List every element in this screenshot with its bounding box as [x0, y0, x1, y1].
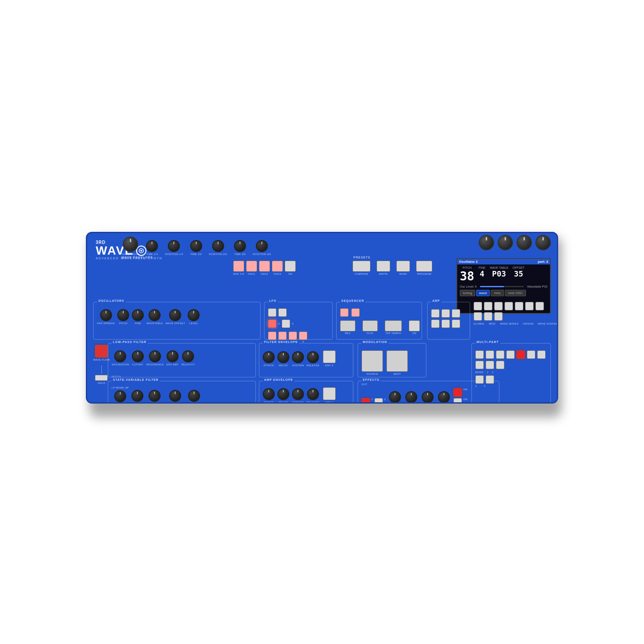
wave-offset-knob[interactable]	[169, 309, 181, 321]
edit-btn-2[interactable]	[374, 398, 383, 404]
lfo-btn-3[interactable]	[282, 319, 290, 328]
dest-button[interactable]	[386, 350, 408, 372]
fx-on-btn-1[interactable]	[453, 388, 462, 397]
fe-decay-knob[interactable]	[277, 351, 289, 363]
program-button[interactable]	[416, 261, 432, 272]
mix-knob[interactable]	[405, 391, 417, 403]
br-btn-5[interactable]	[515, 302, 523, 310]
ae-sustain-knob[interactable]	[292, 388, 304, 400]
source-button[interactable]	[361, 350, 383, 372]
lfo-btn-b[interactable]	[278, 308, 287, 317]
right-knob-1[interactable]	[479, 235, 494, 250]
svf-velocity-knob[interactable]	[188, 390, 200, 402]
param2-knob[interactable]	[438, 391, 450, 403]
play-button[interactable]	[362, 320, 378, 331]
mp-btn-11[interactable]	[475, 375, 484, 384]
lfo-btn-1[interactable]	[268, 331, 276, 340]
write-button[interactable]	[377, 261, 390, 272]
time36-knob[interactable]	[234, 240, 246, 252]
wavetable-knob[interactable]	[149, 309, 161, 321]
arp-btn-4[interactable]	[431, 319, 440, 328]
pos14-knob[interactable]	[168, 240, 180, 252]
br-btn-3[interactable]	[494, 302, 503, 310]
right-knob-4[interactable]	[535, 235, 551, 250]
mp-btn-12[interactable]	[486, 375, 494, 384]
type-knob[interactable]	[389, 391, 401, 403]
band-mode-knob[interactable]	[114, 390, 126, 402]
svf-env-amount-knob[interactable]	[169, 390, 181, 402]
lfo-btn-a[interactable]	[268, 308, 276, 317]
pan-spread-knob[interactable]	[100, 309, 112, 321]
svf-resonance-knob[interactable]	[149, 390, 161, 402]
right-knob-2[interactable]	[498, 235, 513, 250]
cutoff-knob[interactable]	[132, 350, 144, 362]
tab-wave[interactable]: wave	[476, 290, 490, 296]
br-btn-4[interactable]	[504, 302, 513, 310]
seq-on-button[interactable]	[409, 320, 420, 331]
volume-knob[interactable]	[123, 237, 138, 252]
tab-next-osc[interactable]: next OSC	[505, 290, 526, 296]
compare-button[interactable]	[352, 261, 371, 272]
fx-on-btn-2[interactable]	[453, 398, 462, 404]
ae-decay-knob[interactable]	[277, 388, 289, 400]
resonance-knob[interactable]	[149, 350, 161, 362]
mp-btn-7[interactable]	[537, 350, 546, 359]
edit-btn-1[interactable]	[361, 398, 370, 404]
bank-button[interactable]	[396, 261, 410, 272]
mp-btn-10[interactable]	[496, 361, 504, 369]
lfo-btn-2[interactable]	[268, 319, 276, 328]
svf-cutoff-knob[interactable]	[131, 390, 143, 402]
arp-btn-3[interactable]	[452, 309, 460, 318]
velocity-knob[interactable]	[182, 350, 194, 362]
mp-btn-8[interactable]	[475, 361, 484, 369]
fe-attack-knob[interactable]	[263, 351, 275, 363]
rec-button[interactable]	[340, 320, 355, 331]
ae-attack-knob[interactable]	[263, 388, 275, 400]
time14-knob[interactable]	[146, 240, 158, 252]
time25-knob[interactable]	[190, 240, 202, 252]
right-knob-3[interactable]	[516, 235, 532, 250]
hold-button[interactable]	[95, 375, 108, 381]
fe-sustain-knob[interactable]	[292, 351, 304, 363]
br-btn-8[interactable]	[474, 312, 482, 321]
mp-btn-5[interactable]	[516, 350, 525, 359]
mp-btn-3[interactable]	[496, 350, 504, 359]
mp-btn-2[interactable]	[486, 350, 494, 359]
osc1-button[interactable]	[246, 261, 257, 272]
wave-flow-button[interactable]	[95, 345, 108, 358]
env3-button[interactable]	[323, 350, 336, 363]
arp-btn-6[interactable]	[452, 319, 460, 328]
ae-release-knob[interactable]	[307, 388, 319, 400]
br-btn-1[interactable]	[474, 302, 482, 310]
tab-misc[interactable]: misc	[491, 290, 504, 296]
br-btn-10[interactable]	[494, 312, 503, 321]
param1-knob[interactable]	[422, 391, 434, 403]
br-btn-6[interactable]	[525, 302, 534, 310]
env46-button[interactable]	[233, 261, 244, 272]
env4-button[interactable]	[323, 387, 336, 400]
lfo-btn-44[interactable]	[299, 331, 307, 340]
mp-btn-9[interactable]	[486, 361, 494, 369]
osc3-button[interactable]	[272, 261, 283, 272]
tap-tempo-button[interactable]	[385, 320, 402, 331]
saturation-knob[interactable]	[114, 350, 126, 362]
fe-release-knob[interactable]	[307, 351, 319, 363]
br-btn-7[interactable]	[535, 302, 544, 310]
arp-btn-5[interactable]	[441, 319, 450, 328]
env-amt-knob[interactable]	[167, 350, 179, 362]
lfo-btn-22[interactable]	[278, 331, 287, 340]
seq-btn-b[interactable]	[351, 308, 360, 317]
arp-btn-1[interactable]	[431, 309, 440, 318]
osc-fine-knob[interactable]	[132, 309, 144, 321]
seq-btn-a[interactable]	[340, 308, 349, 317]
br-btn-2[interactable]	[484, 302, 492, 310]
pos25-knob[interactable]	[212, 240, 224, 252]
osc2-button[interactable]	[259, 261, 270, 272]
mp-btn-6[interactable]	[527, 350, 535, 359]
mp-btn-4[interactable]	[506, 350, 515, 359]
pos36-knob[interactable]	[256, 240, 268, 252]
lfo-btn-33[interactable]	[289, 331, 297, 340]
tab-tuning[interactable]: tuning	[460, 290, 475, 296]
br-btn-9[interactable]	[484, 312, 492, 321]
osc-pitch-knob[interactable]	[117, 309, 129, 321]
